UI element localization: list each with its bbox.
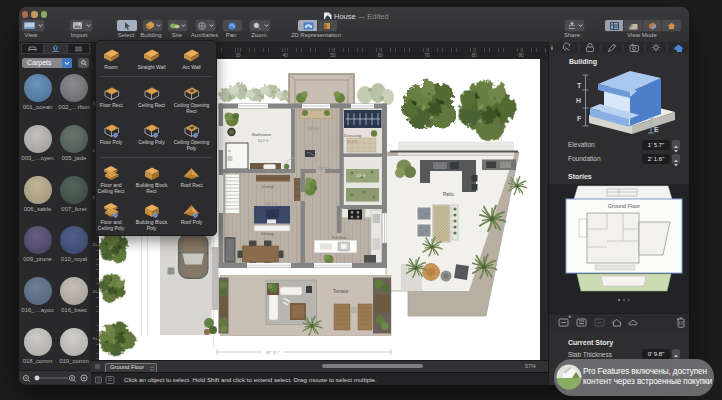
svg-text:Ground Floor: Ground Floor [608, 203, 641, 209]
svg-text:30: 30 [92, 336, 97, 341]
svg-text:80: 80 [471, 53, 477, 58]
svg-text:90: 90 [518, 53, 524, 58]
svg-text:282.7 ft²: 282.7 ft² [318, 167, 332, 171]
svg-text:40: 40 [282, 53, 288, 58]
svg-text:Bathroom: Bathroom [252, 132, 271, 137]
svg-text:119 ft²: 119 ft² [356, 174, 367, 178]
svg-text:T: T [577, 82, 582, 89]
svg-text:Dressing: Dressing [344, 133, 362, 138]
svg-text:64.2 ft²: 64.2 ft² [258, 139, 270, 143]
svg-text:131.2 ft²: 131.2 ft² [265, 202, 279, 206]
svg-text:56.3 ft²: 56.3 ft² [308, 127, 320, 131]
svg-text:Patio: Patio [443, 192, 454, 197]
svg-text:Terrace: Terrace [333, 289, 349, 294]
svg-text:Dining: Dining [261, 231, 274, 236]
svg-text:60: 60 [377, 53, 383, 58]
svg-text:F: F [577, 115, 582, 122]
svg-text:20: 20 [92, 242, 97, 247]
svg-text:25: 25 [92, 289, 97, 294]
svg-text:90.3 ft²: 90.3 ft² [347, 140, 359, 144]
svg-text:50: 50 [330, 53, 336, 58]
svg-text:Kitchen: Kitchen [332, 235, 347, 240]
svg-text:47' 1¼": 47' 1¼" [266, 350, 280, 355]
svg-text:E: E [654, 126, 659, 133]
svg-text:H: H [576, 97, 581, 104]
svg-text:70: 70 [424, 53, 430, 58]
svg-text:30: 30 [235, 53, 241, 58]
svg-text:Living: Living [262, 184, 274, 189]
